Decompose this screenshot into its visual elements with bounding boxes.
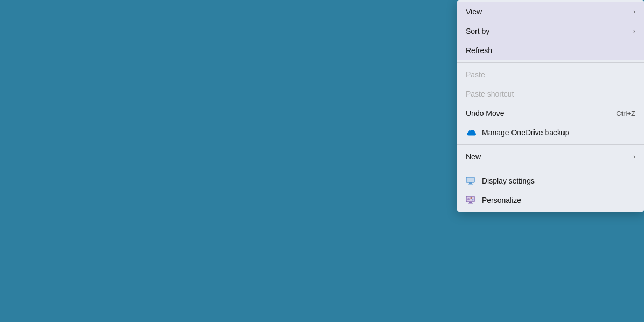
svg-rect-9 bbox=[469, 202, 472, 203]
menu-item-sort-by-label: Sort by bbox=[466, 27, 629, 35]
menu-item-undo-move[interactable]: Undo Move Ctrl+Z bbox=[457, 104, 644, 123]
separator-2 bbox=[457, 144, 644, 145]
menu-item-paste-shortcut-label: Paste shortcut bbox=[466, 90, 635, 98]
svg-rect-2 bbox=[468, 184, 473, 185]
svg-rect-10 bbox=[468, 203, 473, 204]
menu-item-view[interactable]: View › bbox=[457, 2, 644, 21]
display-settings-icon bbox=[466, 175, 477, 186]
svg-rect-3 bbox=[467, 178, 474, 182]
menu-item-paste: Paste bbox=[457, 65, 644, 84]
menu-item-personalize[interactable]: Personalize bbox=[457, 191, 644, 210]
menu-item-new-label: New bbox=[466, 152, 629, 161]
chevron-right-icon: › bbox=[633, 27, 635, 35]
personalize-icon bbox=[466, 195, 477, 206]
svg-point-7 bbox=[471, 197, 472, 199]
menu-item-refresh-label: Refresh bbox=[466, 46, 635, 55]
separator-1 bbox=[457, 62, 644, 63]
menu-item-sort-by[interactable]: Sort by › bbox=[457, 21, 644, 41]
menu-item-paste-shortcut: Paste shortcut bbox=[457, 84, 644, 104]
menu-item-onedrive-label: Manage OneDrive backup bbox=[482, 128, 635, 137]
menu-item-display-settings[interactable]: Display settings bbox=[457, 171, 644, 191]
menu-item-personalize-label: Personalize bbox=[482, 196, 635, 204]
menu-item-view-label: View bbox=[466, 8, 629, 16]
menu-item-new[interactable]: New › bbox=[457, 147, 644, 166]
svg-point-6 bbox=[467, 198, 470, 200]
menu-item-refresh[interactable]: Refresh bbox=[457, 41, 644, 60]
menu-item-undo-move-label: Undo Move bbox=[466, 109, 605, 118]
separator-3 bbox=[457, 169, 644, 169]
chevron-right-icon: › bbox=[633, 8, 635, 16]
menu-item-paste-label: Paste bbox=[466, 70, 635, 79]
menu-item-onedrive[interactable]: Manage OneDrive backup bbox=[457, 123, 644, 142]
context-menu: View › Sort by › Refresh Paste Paste sho… bbox=[457, 0, 644, 212]
menu-item-display-settings-label: Display settings bbox=[482, 177, 635, 185]
onedrive-icon bbox=[466, 127, 477, 138]
menu-item-undo-move-shortcut: Ctrl+Z bbox=[616, 109, 635, 118]
svg-rect-1 bbox=[469, 182, 472, 184]
svg-point-8 bbox=[472, 199, 474, 201]
chevron-right-icon: › bbox=[633, 153, 635, 160]
